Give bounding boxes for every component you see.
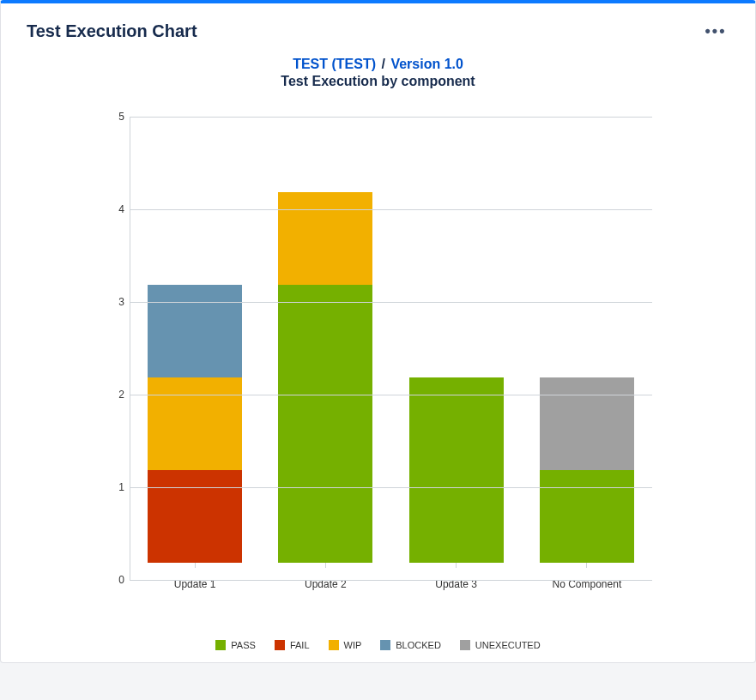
card-title: Test Execution Chart — [27, 21, 197, 41]
bar-slot: No Component — [522, 377, 652, 580]
bar-slot: Update 3 — [391, 377, 522, 580]
legend-swatch — [329, 640, 339, 650]
bar-segment-wip[interactable] — [278, 192, 372, 285]
y-tick-label: 3 — [107, 296, 124, 308]
bar-row: Update 1Update 2Update 3No Component — [130, 117, 652, 580]
bar-segment-pass[interactable] — [409, 377, 504, 563]
gridline — [130, 302, 652, 303]
bar[interactable] — [409, 377, 504, 563]
bar[interactable] — [540, 377, 634, 563]
bar-segment-fail[interactable] — [148, 470, 242, 563]
gridline — [130, 487, 652, 488]
legend-item-blocked[interactable]: BLOCKED — [380, 640, 441, 650]
legend-label: WIP — [344, 640, 362, 650]
more-icon[interactable]: ••• — [702, 17, 729, 45]
breadcrumb-version-link[interactable]: Version 1.0 — [390, 57, 463, 71]
legend-swatch — [275, 640, 285, 650]
bar-segment-unexecuted[interactable] — [540, 377, 634, 470]
bar[interactable] — [148, 285, 242, 563]
legend: PASSFAILWIPBLOCKEDUNEXECUTED — [27, 640, 729, 650]
legend-item-wip[interactable]: WIP — [329, 640, 362, 650]
legend-swatch — [460, 640, 470, 650]
bar-slot: Update 1 — [130, 285, 260, 580]
legend-label: UNEXECUTED — [475, 640, 541, 650]
breadcrumb: TEST (TEST) / Version 1.0 — [27, 57, 729, 72]
x-tick — [586, 563, 587, 568]
bar-segment-wip[interactable] — [148, 377, 242, 470]
gridline — [130, 117, 652, 118]
gridline — [130, 209, 652, 210]
x-tick — [195, 563, 196, 568]
bar-segment-pass[interactable] — [540, 470, 634, 563]
y-tick-label: 5 — [107, 111, 124, 123]
x-tick — [325, 563, 326, 568]
breadcrumb-project-link[interactable]: TEST (TEST) — [293, 57, 376, 71]
legend-item-unexecuted[interactable]: UNEXECUTED — [460, 640, 541, 650]
y-tick-label: 1 — [107, 481, 124, 493]
y-axis — [130, 117, 130, 580]
legend-label: BLOCKED — [396, 640, 441, 650]
legend-label: FAIL — [290, 640, 310, 650]
bar[interactable] — [278, 192, 372, 563]
card-header: Test Execution Chart ••• — [27, 3, 729, 53]
gridline — [130, 395, 652, 395]
gridline — [130, 580, 652, 581]
bar-segment-blocked[interactable] — [148, 285, 242, 377]
chart-card: Test Execution Chart ••• TEST (TEST) / V… — [0, 0, 756, 663]
y-tick-label: 0 — [107, 574, 124, 586]
y-tick-label: 2 — [107, 389, 124, 401]
legend-item-pass[interactable]: PASS — [215, 640, 256, 650]
legend-item-fail[interactable]: FAIL — [275, 640, 310, 650]
legend-swatch — [380, 640, 390, 650]
legend-swatch — [215, 640, 226, 650]
chart-subtitle: Test Execution by component — [27, 74, 729, 89]
legend-label: PASS — [231, 640, 256, 650]
x-tick — [456, 563, 457, 568]
bar-slot: Update 2 — [260, 192, 390, 580]
y-tick-label: 4 — [107, 203, 124, 215]
breadcrumb-separator: / — [379, 57, 386, 71]
chart-plot-area: Update 1Update 2Update 3No Component 012… — [130, 106, 652, 621]
bar-segment-pass[interactable] — [278, 285, 372, 563]
